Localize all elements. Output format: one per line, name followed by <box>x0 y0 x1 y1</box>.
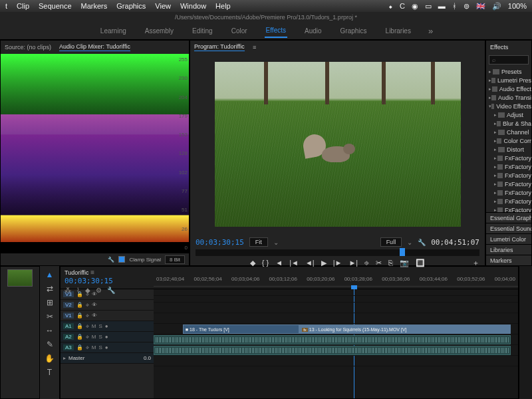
menu-item[interactable]: Help <box>215 2 231 10</box>
menu-item[interactable]: View <box>155 2 171 10</box>
clamp-checkbox[interactable] <box>118 256 125 263</box>
timeline-clip[interactable]: ■ 18 - The Tudors [V] <box>183 325 299 334</box>
bit-depth-select[interactable]: 8 Bit <box>165 255 185 264</box>
timeline-clip[interactable]: fx13 - Looking for Squirrels (15-May-11)… <box>299 325 511 334</box>
menu-item[interactable]: Sequence <box>39 2 72 10</box>
master-track[interactable]: ▸Master0.0 <box>61 353 154 364</box>
audio-mixer-tab[interactable]: Audio Clip Mixer: Tudoriffic <box>59 43 130 51</box>
sequence-name[interactable]: Tudoriffic <box>65 269 89 276</box>
effects-folder[interactable]: ▸FxFactory <box>486 197 531 205</box>
track-lane[interactable] <box>154 356 518 366</box>
effects-folder[interactable]: ▸Distort <box>486 145 531 154</box>
wifi-icon[interactable]: ⊚ <box>464 2 469 11</box>
effects-folder[interactable]: ▸Color Corr <box>486 136 531 145</box>
quality-select[interactable]: Full <box>380 237 402 247</box>
go-to-in-icon[interactable]: ◄ <box>275 259 283 267</box>
sync-icon[interactable]: ⎆ <box>86 323 89 329</box>
marker-icon[interactable]: ◆ <box>85 287 90 294</box>
step-back-icon[interactable]: |◄ <box>289 259 299 267</box>
panel-tab[interactable]: Essential Sound <box>486 223 531 233</box>
sync-icon[interactable]: ⎆ <box>86 344 89 350</box>
export-frame-icon[interactable]: 📷 <box>400 259 409 267</box>
menu-item[interactable]: t <box>5 2 7 10</box>
linked-sel-icon[interactable]: ⌇ <box>76 287 80 294</box>
marker-icon[interactable]: ◆ <box>250 259 255 267</box>
comparison-icon[interactable]: 🔳 <box>416 259 425 267</box>
extract-icon[interactable]: ⎘ <box>388 259 393 267</box>
solo-icon[interactable]: S <box>98 323 102 329</box>
lift-icon[interactable]: ✂ <box>376 259 382 267</box>
effects-folder[interactable]: ▸Presets <box>486 67 531 76</box>
effects-folder[interactable]: ▾Video Effects <box>486 102 531 110</box>
panel-tab[interactable]: Essential Graphics <box>486 212 531 223</box>
source-tab[interactable]: Source: (no clips) <box>5 44 51 51</box>
battery-icon[interactable]: ▬ <box>438 2 446 10</box>
lock-icon[interactable]: 🔒 <box>76 302 83 308</box>
tab-graphics[interactable]: Graphics <box>339 25 368 37</box>
solo-icon[interactable]: S <box>98 344 102 350</box>
effects-folder[interactable]: ▸FxFactory <box>486 154 531 162</box>
track-header[interactable]: V1🔒⎆👁 <box>61 311 154 321</box>
track-lane[interactable] <box>154 313 518 324</box>
mute-icon[interactable]: M <box>92 334 96 340</box>
lock-icon[interactable]: 🔒 <box>76 313 83 319</box>
eye-icon[interactable]: 👁 <box>92 313 97 319</box>
menu-item[interactable]: Clip <box>17 2 29 10</box>
pen-tool-icon[interactable]: ✎ <box>47 340 53 349</box>
track-area[interactable]: ■ 18 - The Tudors [V]fx13 - Looking for … <box>154 289 518 398</box>
settings-icon[interactable]: ⚙ <box>96 287 102 294</box>
dropbox-icon[interactable]: ⬥ <box>388 2 393 10</box>
workspace-overflow-icon[interactable]: » <box>428 26 433 36</box>
razor-tool-icon[interactable]: ✂ <box>47 312 53 321</box>
timeline-clip[interactable] <box>154 335 511 344</box>
effects-folder[interactable]: ▸FxFactory <box>486 205 531 212</box>
inout-icon[interactable]: { } <box>262 259 269 267</box>
go-to-out-icon[interactable]: ⎆ <box>364 259 369 267</box>
program-video[interactable] <box>215 62 461 227</box>
track-header[interactable]: V2🔒⎆👁 <box>61 300 154 311</box>
effects-folder[interactable]: ▸Lumetri Pres <box>486 76 531 84</box>
panel-menu-icon[interactable]: ≡ <box>253 44 256 51</box>
lock-icon[interactable]: 🔒 <box>76 323 83 329</box>
frame-fwd-icon[interactable]: |► <box>333 259 342 267</box>
menu-item[interactable]: Window <box>180 2 206 10</box>
timeline-clip[interactable] <box>154 346 511 355</box>
play-icon[interactable]: ▶ <box>321 259 327 267</box>
sync-icon[interactable]: ⎆ <box>86 334 89 340</box>
effects-folder[interactable]: ▸Audio Effect <box>486 84 531 93</box>
track-select-tool-icon[interactable]: ⇄ <box>47 284 53 293</box>
rec-icon[interactable]: ● <box>105 344 108 350</box>
program-tab[interactable]: Program: Tudoriffic <box>194 43 245 51</box>
frame-back-icon[interactable]: ◄| <box>305 259 315 267</box>
lock-icon[interactable]: 🔒 <box>76 334 83 340</box>
lock-icon[interactable]: 🔒 <box>76 344 83 350</box>
record-icon[interactable]: ◉ <box>412 2 418 11</box>
tab-audio[interactable]: Audio <box>303 25 323 37</box>
tab-learning[interactable]: Learning <box>99 25 128 37</box>
tab-color[interactable]: Color <box>230 25 249 37</box>
effects-folder[interactable]: ▸FxFactory <box>486 180 531 188</box>
effects-folder[interactable]: ▸Channel <box>486 128 531 136</box>
slip-tool-icon[interactable]: ↔ <box>46 326 54 335</box>
tab-assembly[interactable]: Assembly <box>144 25 175 37</box>
bin-thumbnail[interactable] <box>7 269 33 287</box>
tab-editing[interactable]: Editing <box>191 25 214 37</box>
type-tool-icon[interactable]: T <box>47 368 52 377</box>
menu-item[interactable]: Markers <box>81 2 108 10</box>
effects-folder[interactable]: ▸FxFactory <box>486 171 531 180</box>
cloud-icon[interactable]: C <box>400 2 405 10</box>
effects-search[interactable]: ⌕ <box>489 55 529 65</box>
tab-libraries[interactable]: Libraries <box>384 25 412 37</box>
selection-tool-icon[interactable]: ▲ <box>46 270 54 279</box>
step-fwd-icon[interactable]: ►| <box>348 259 358 267</box>
ripple-tool-icon[interactable]: ⊞ <box>47 298 53 307</box>
effects-folder[interactable]: ▸FxFactory <box>486 188 531 197</box>
flag-icon[interactable]: 🇬🇧 <box>476 2 485 11</box>
hand-tool-icon[interactable]: ✋ <box>45 354 55 363</box>
time-ruler[interactable]: 03;02;48;0400;02;56;0400;03;04;0600;03;1… <box>154 276 518 287</box>
track-header[interactable]: A2🔒⎆MS● <box>61 332 154 342</box>
panel-tab[interactable]: Lumetri Color <box>486 233 531 244</box>
volume-icon[interactable]: 🔊 <box>492 2 501 11</box>
wrench-icon[interactable]: 🔧 <box>107 287 115 294</box>
program-scrubber[interactable] <box>196 249 479 256</box>
